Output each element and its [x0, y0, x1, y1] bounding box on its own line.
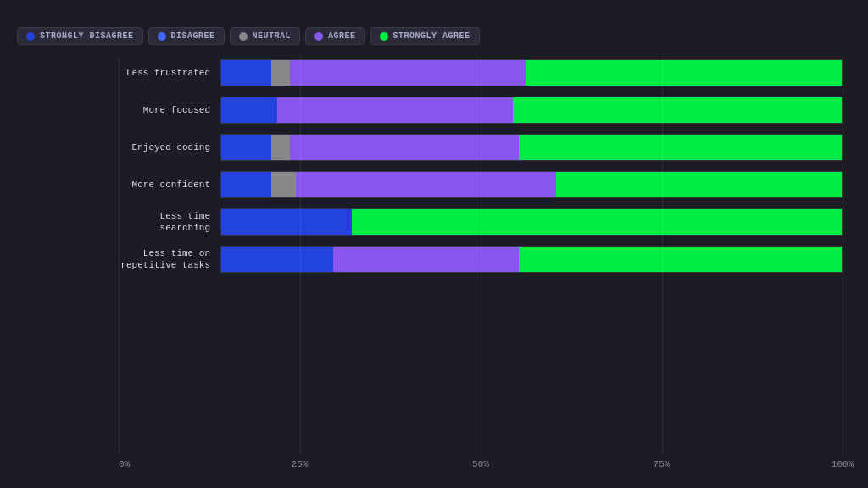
chart-row: Less time on repetitive tasks — [119, 243, 843, 275]
bar-segment — [271, 60, 290, 86]
x-axis-label: 0% — [119, 459, 130, 469]
bar-segment — [221, 60, 271, 86]
x-axis-label: 100% — [832, 459, 854, 469]
main-container: STRONGLY DISAGREE DISAGREE Neutral AGREE… — [0, 0, 868, 488]
chart-row: Enjoyed coding — [119, 131, 843, 164]
bar-segment — [519, 135, 842, 160]
bar-segment — [221, 172, 271, 197]
legend-item: STRONGLY DISAGREE — [17, 27, 143, 45]
bar-segment — [221, 247, 333, 272]
legend-item: Neutral — [230, 27, 301, 45]
bar-segment — [519, 247, 842, 272]
bar-segment — [556, 172, 842, 197]
legend-dot — [380, 32, 388, 41]
bar-segment — [296, 172, 556, 197]
row-label: Less frustrated — [119, 67, 220, 79]
bar-segment — [271, 135, 290, 160]
legend-label: STRONGLY AGREE — [393, 31, 470, 41]
bar-segment — [290, 60, 526, 86]
bar-segment — [526, 60, 842, 86]
bar-segment — [333, 247, 520, 272]
chart-row: Less frustrated — [119, 57, 843, 89]
legend-dot — [158, 32, 166, 41]
legend-label: AGREE — [328, 31, 356, 41]
legend-dot — [239, 32, 248, 41]
chart-row: More confident — [119, 169, 843, 201]
bar-segment — [370, 209, 842, 235]
row-label: More focused — [119, 104, 220, 116]
bar-container — [220, 134, 843, 161]
bar-segment — [271, 172, 296, 197]
legend-item: DISAGREE — [148, 27, 225, 45]
bar-segment — [277, 97, 513, 123]
x-axis-label: 75% — [654, 459, 670, 469]
row-label: Less time on repetitive tasks — [119, 247, 220, 272]
bar-container — [220, 171, 843, 198]
legend-label: DISAGREE — [171, 31, 215, 41]
legend: STRONGLY DISAGREE DISAGREE Neutral AGREE… — [17, 27, 843, 45]
chart-row: Less time searching — [119, 206, 843, 238]
row-label: Less time searching — [119, 210, 220, 235]
x-axis-label: 25% — [292, 459, 309, 469]
bar-segment — [221, 135, 271, 160]
bar-segment — [221, 209, 352, 235]
bar-segment — [513, 97, 842, 123]
chart-row: More focused — [119, 94, 843, 126]
legend-dot — [26, 32, 35, 41]
bar-segment — [352, 209, 370, 235]
bar-segment — [221, 97, 277, 123]
legend-label: Neutral — [253, 31, 292, 41]
bar-container — [220, 208, 843, 236]
x-axis-label: 50% — [472, 459, 489, 469]
row-label: Enjoyed coding — [119, 141, 220, 153]
legend-label: STRONGLY DISAGREE — [40, 31, 134, 41]
legend-item: STRONGLY AGREE — [370, 27, 480, 45]
bar-segment — [290, 135, 520, 160]
bar-container — [220, 59, 843, 86]
bar-container — [220, 97, 843, 124]
grid-line — [843, 57, 843, 454]
legend-item: AGREE — [305, 27, 365, 45]
row-label: More confident — [119, 179, 220, 191]
legend-dot — [314, 32, 323, 41]
bar-container — [220, 246, 843, 273]
